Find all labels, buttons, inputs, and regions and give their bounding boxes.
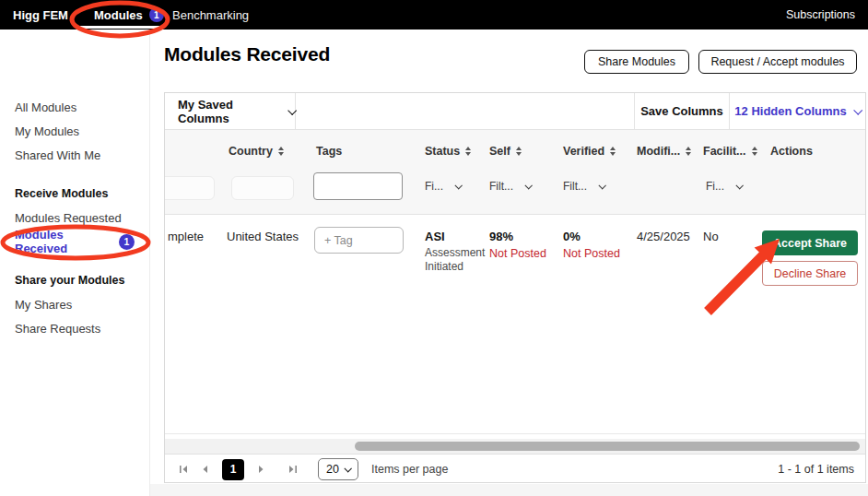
column-label: Self xyxy=(489,145,510,158)
hidden-columns-label: 12 Hidden Columns xyxy=(734,104,846,118)
page-bottom-strip xyxy=(150,484,868,496)
table-row: mplete United States ASI Assessment Init… xyxy=(165,215,865,434)
column-label: Verified xyxy=(563,145,604,158)
save-columns-button[interactable]: Save Columns xyxy=(634,93,729,129)
horizontal-scrollbar-track[interactable] xyxy=(165,439,865,454)
chevron-down-icon xyxy=(524,182,532,189)
accept-share-button[interactable]: Accept Share xyxy=(762,230,858,255)
filter-label: Filt... xyxy=(489,180,513,193)
sidebar: All Modules My Modules Shared With Me Re… xyxy=(0,30,150,496)
horizontal-scrollbar-thumb[interactable] xyxy=(355,442,860,451)
decline-share-button[interactable]: Decline Share xyxy=(762,261,858,286)
column-header-modified[interactable]: Modifi... xyxy=(637,145,691,158)
status-filter-dropdown[interactable]: Fi... xyxy=(425,180,461,193)
self-filter-dropdown[interactable]: Filt... xyxy=(489,180,531,193)
table-toolbar: My Saved Columns Save Columns 12 Hidden … xyxy=(165,93,865,130)
add-tag-input[interactable] xyxy=(314,227,404,254)
items-per-page-select[interactable]: 20 xyxy=(318,458,358,480)
app-logo[interactable]: Higg FEM xyxy=(13,0,68,30)
row-verified-cell: 0% Not Posted xyxy=(563,230,620,260)
column-header-self[interactable]: Self xyxy=(489,145,522,158)
filter-input-clipped[interactable] xyxy=(164,176,215,200)
column-header-facility[interactable]: Facilit... xyxy=(703,145,757,158)
sidebar-section-share-your-modules: Share your Modules xyxy=(0,268,149,292)
sidebar-item-my-shares[interactable]: My Shares xyxy=(0,292,149,316)
table-footer: 1 20 Items per page 1 - 1 of 1 items xyxy=(165,454,865,483)
column-header-tags: Tags xyxy=(316,145,342,158)
next-page-icon xyxy=(256,465,265,474)
column-label: Facilit... xyxy=(703,145,746,158)
my-saved-columns-label: My Saved Columns xyxy=(178,98,280,125)
items-per-page-label: Items per page xyxy=(371,463,448,476)
sort-icon[interactable] xyxy=(516,147,522,156)
sidebar-item-share-requests[interactable]: Share Requests xyxy=(0,316,149,340)
current-page-button[interactable]: 1 xyxy=(222,459,244,480)
column-header-verified[interactable]: Verified xyxy=(563,145,616,158)
tab-modules-label: Modules xyxy=(94,8,143,22)
modules-count-badge: 1 xyxy=(149,7,164,22)
sidebar-item-modules-requested[interactable]: Modules Requested xyxy=(0,206,149,230)
column-header-status[interactable]: Status xyxy=(425,145,471,158)
first-page-button[interactable] xyxy=(176,462,191,477)
received-count-badge: 1 xyxy=(119,234,135,250)
verified-score: 0% xyxy=(563,230,620,243)
toolbar-spacer xyxy=(296,93,634,129)
self-posted-status: Not Posted xyxy=(489,247,546,260)
row-country-cell: United States xyxy=(227,230,299,243)
chevron-down-icon xyxy=(853,106,862,115)
page-title: Modules Received xyxy=(164,43,330,65)
first-page-icon xyxy=(179,465,189,474)
verified-posted-status: Not Posted xyxy=(563,247,620,260)
sidebar-item-modules-received[interactable]: Modules Received 1 xyxy=(0,230,149,254)
column-label: Modifi... xyxy=(637,145,680,158)
active-tab-underline xyxy=(79,26,162,29)
column-header-actions: Actions xyxy=(770,145,813,158)
country-filter-input[interactable] xyxy=(231,176,294,200)
chevron-down-icon xyxy=(598,182,605,189)
self-score: 98% xyxy=(489,230,546,243)
my-saved-columns-dropdown[interactable]: My Saved Columns xyxy=(165,93,296,129)
row-status-cell: ASI Assessment Initiated xyxy=(425,230,486,274)
chevron-down-icon xyxy=(735,182,743,189)
row-name-cell: mplete xyxy=(168,230,204,243)
filter-label: Fi... xyxy=(425,180,443,193)
previous-page-button[interactable] xyxy=(198,462,213,477)
request-accept-modules-button[interactable]: Request / Accept modules xyxy=(698,50,857,74)
status-value: ASI xyxy=(425,230,486,243)
sort-icon[interactable] xyxy=(278,147,284,156)
top-navigation-bar: Higg FEM Modules 1 Benchmarking Subscrip… xyxy=(0,0,868,30)
sort-icon[interactable] xyxy=(686,147,691,156)
tab-benchmarking[interactable]: Benchmarking xyxy=(172,0,249,30)
modules-table-card: My Saved Columns Save Columns 12 Hidden … xyxy=(164,92,866,483)
sort-icon[interactable] xyxy=(752,147,757,156)
last-page-button[interactable] xyxy=(285,462,299,477)
hidden-columns-dropdown[interactable]: 12 Hidden Columns xyxy=(729,93,865,129)
share-modules-button[interactable]: Share Modules xyxy=(584,50,689,74)
facility-filter-dropdown[interactable]: Fi... xyxy=(706,180,742,193)
chevron-down-icon xyxy=(344,465,351,472)
row-facility-cell: No xyxy=(703,230,719,243)
row-self-cell: 98% Not Posted xyxy=(489,230,546,260)
sidebar-item-label: Modules Received xyxy=(15,228,119,255)
table-header: Country Tags Status Self Verified Modifi… xyxy=(165,130,865,215)
verified-filter-dropdown[interactable]: Filt... xyxy=(563,180,604,193)
column-header-country[interactable]: Country xyxy=(229,145,284,158)
row-modified-cell: 4/25/2025 xyxy=(637,230,690,243)
sidebar-item-shared-with-me[interactable]: Shared With Me xyxy=(0,143,149,167)
previous-page-icon xyxy=(201,465,210,474)
chevron-down-icon xyxy=(454,182,462,189)
sidebar-item-all-modules[interactable]: All Modules xyxy=(0,95,149,119)
last-page-icon xyxy=(287,465,298,474)
subscriptions-link[interactable]: Subscriptions xyxy=(786,0,855,30)
next-page-button[interactable] xyxy=(253,462,268,477)
column-label: Tags xyxy=(316,145,342,158)
sidebar-section-receive-modules: Receive Modules xyxy=(0,182,149,206)
column-label: Actions xyxy=(770,145,813,158)
tags-filter-input[interactable] xyxy=(313,172,403,200)
filter-label: Fi... xyxy=(706,180,724,193)
column-label: Status xyxy=(425,145,460,158)
sort-icon[interactable] xyxy=(610,147,616,156)
sort-icon[interactable] xyxy=(465,147,471,156)
status-detail: Assessment Initiated xyxy=(425,246,486,274)
sidebar-item-my-modules[interactable]: My Modules xyxy=(0,119,149,143)
